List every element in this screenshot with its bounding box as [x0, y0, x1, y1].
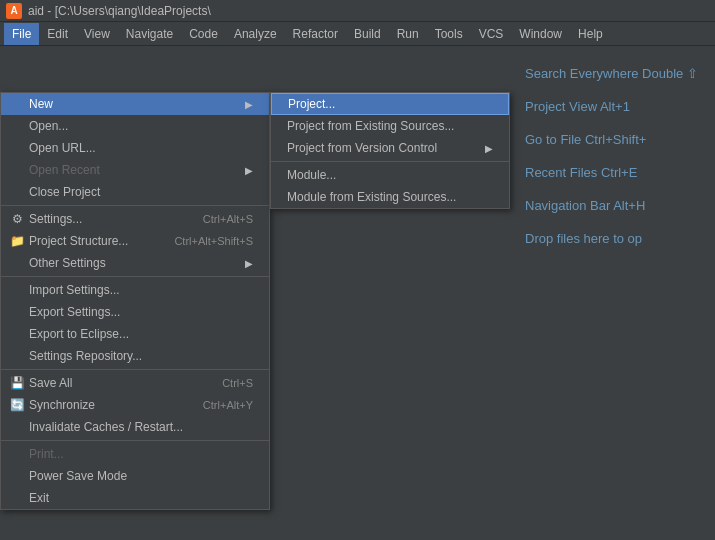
menu-item-run[interactable]: Run	[389, 23, 427, 45]
dropdown-item-label: Save All	[29, 376, 72, 390]
dropdown-item-print---: Print...	[1, 443, 269, 465]
submenu-item-label: Project...	[288, 97, 335, 111]
title-bar-text: aid - [C:\Users\qiang\IdeaProjects\	[28, 4, 709, 18]
dropdown-item-label: Power Save Mode	[29, 469, 127, 483]
dropdown-item-settings-repository---[interactable]: Settings Repository...	[1, 345, 269, 367]
menu-item-help[interactable]: Help	[570, 23, 611, 45]
submenu-item-label: Module...	[287, 168, 336, 182]
menu-icon-save: 💾	[9, 375, 25, 391]
dropdown-item-power-save-mode[interactable]: Power Save Mode	[1, 465, 269, 487]
dropdown-shortcut-label: Ctrl+Alt+S	[203, 213, 253, 225]
dropdown-item-project-structure---[interactable]: 📁Project Structure...Ctrl+Alt+Shift+S	[1, 230, 269, 252]
submenu-item-label: Project from Version Control	[287, 141, 437, 155]
submenu-item-project---[interactable]: Project...	[271, 93, 509, 115]
menu-item-file[interactable]: File	[4, 23, 39, 45]
dropdown-item-label: Project Structure...	[29, 234, 128, 248]
title-bar: A aid - [C:\Users\qiang\IdeaProjects\	[0, 0, 715, 22]
dropdown-item-label: Open Recent	[29, 163, 100, 177]
dropdown-item-exit[interactable]: Exit	[1, 487, 269, 509]
dropdown-item-import-settings---[interactable]: Import Settings...	[1, 279, 269, 301]
dropdown-item-label: Close Project	[29, 185, 100, 199]
menu-icon-project: 📁	[9, 233, 25, 249]
shortcut-item[interactable]: Drop files here to op	[525, 231, 705, 246]
dropdown-item-label: Settings Repository...	[29, 349, 142, 363]
main-area: Search Everywhere Double ⇧Project View A…	[0, 46, 715, 540]
new-submenu: Project...Project from Existing Sources.…	[270, 92, 510, 209]
dropdown-shortcut-label: Ctrl+Alt+Shift+S	[174, 235, 253, 247]
dropdown-separator	[1, 205, 269, 206]
dropdown-item-new[interactable]: New▶	[1, 93, 269, 115]
dropdown-item-export-to-eclipse---[interactable]: Export to Eclipse...	[1, 323, 269, 345]
shortcut-item[interactable]: Go to File Ctrl+Shift+	[525, 132, 705, 147]
menu-icon-gear: ⚙	[9, 211, 25, 227]
dropdown-item-save-all[interactable]: 💾Save AllCtrl+S	[1, 372, 269, 394]
dropdown-item-label: Open...	[29, 119, 68, 133]
shortcuts-panel: Search Everywhere Double ⇧Project View A…	[515, 46, 715, 540]
shortcut-item[interactable]: Project View Alt+1	[525, 99, 705, 114]
menu-icon-sync: 🔄	[9, 397, 25, 413]
menu-item-navigate[interactable]: Navigate	[118, 23, 181, 45]
dropdown-item-label: Import Settings...	[29, 283, 120, 297]
submenu-item-module-from-existing-sources---[interactable]: Module from Existing Sources...	[271, 186, 509, 208]
dropdown-item-open-url---[interactable]: Open URL...	[1, 137, 269, 159]
dropdown-item-label: Export to Eclipse...	[29, 327, 129, 341]
submenu-item-label: Project from Existing Sources...	[287, 119, 454, 133]
menu-item-analyze[interactable]: Analyze	[226, 23, 285, 45]
shortcut-item[interactable]: Navigation Bar Alt+H	[525, 198, 705, 213]
dropdown-item-export-settings---[interactable]: Export Settings...	[1, 301, 269, 323]
dropdown-item-label: Synchronize	[29, 398, 95, 412]
dropdown-item-label: Other Settings	[29, 256, 106, 270]
file-menu-dropdown: New▶Open...Open URL...Open Recent▶Close …	[0, 92, 270, 510]
submenu-item-project-from-version-control[interactable]: Project from Version Control▶	[271, 137, 509, 159]
menu-bar: FileEditViewNavigateCodeAnalyzeRefactorB…	[0, 22, 715, 46]
dropdown-item-label: Settings...	[29, 212, 82, 226]
menu-item-view[interactable]: View	[76, 23, 118, 45]
menu-item-refactor[interactable]: Refactor	[285, 23, 346, 45]
dropdown-item-settings---[interactable]: ⚙Settings...Ctrl+Alt+S	[1, 208, 269, 230]
dropdown-submenu-arrow: ▶	[245, 99, 253, 110]
shortcut-item[interactable]: Search Everywhere Double ⇧	[525, 66, 705, 81]
submenu-arrow-icon: ▶	[485, 143, 493, 154]
dropdown-submenu-arrow: ▶	[245, 258, 253, 269]
menu-item-code[interactable]: Code	[181, 23, 226, 45]
dropdown-item-label: Open URL...	[29, 141, 96, 155]
menu-item-edit[interactable]: Edit	[39, 23, 76, 45]
submenu-item-label: Module from Existing Sources...	[287, 190, 456, 204]
menu-item-tools[interactable]: Tools	[427, 23, 471, 45]
shortcut-item[interactable]: Recent Files Ctrl+E	[525, 165, 705, 180]
dropdown-item-invalidate-caches---restart---[interactable]: Invalidate Caches / Restart...	[1, 416, 269, 438]
submenu-separator	[271, 161, 509, 162]
menu-item-vcs[interactable]: VCS	[471, 23, 512, 45]
dropdown-item-label: Invalidate Caches / Restart...	[29, 420, 183, 434]
dropdown-shortcut-label: Ctrl+S	[222, 377, 253, 389]
menu-item-window[interactable]: Window	[511, 23, 570, 45]
dropdown-item-synchronize[interactable]: 🔄SynchronizeCtrl+Alt+Y	[1, 394, 269, 416]
menu-item-build[interactable]: Build	[346, 23, 389, 45]
dropdown-shortcut-label: Ctrl+Alt+Y	[203, 399, 253, 411]
dropdown-item-open---[interactable]: Open...	[1, 115, 269, 137]
app-icon: A	[6, 3, 22, 19]
dropdown-item-other-settings[interactable]: Other Settings▶	[1, 252, 269, 274]
dropdown-separator	[1, 369, 269, 370]
dropdown-submenu-arrow: ▶	[245, 165, 253, 176]
dropdown-separator	[1, 276, 269, 277]
dropdown-item-label: Export Settings...	[29, 305, 120, 319]
dropdown-item-label: Exit	[29, 491, 49, 505]
dropdown-item-label: New	[29, 97, 53, 111]
dropdown-item-label: Print...	[29, 447, 64, 461]
dropdown-item-open-recent: Open Recent▶	[1, 159, 269, 181]
submenu-item-project-from-existing-sources---[interactable]: Project from Existing Sources...	[271, 115, 509, 137]
dropdown-separator	[1, 440, 269, 441]
dropdown-item-close-project[interactable]: Close Project	[1, 181, 269, 203]
submenu-item-module---[interactable]: Module...	[271, 164, 509, 186]
